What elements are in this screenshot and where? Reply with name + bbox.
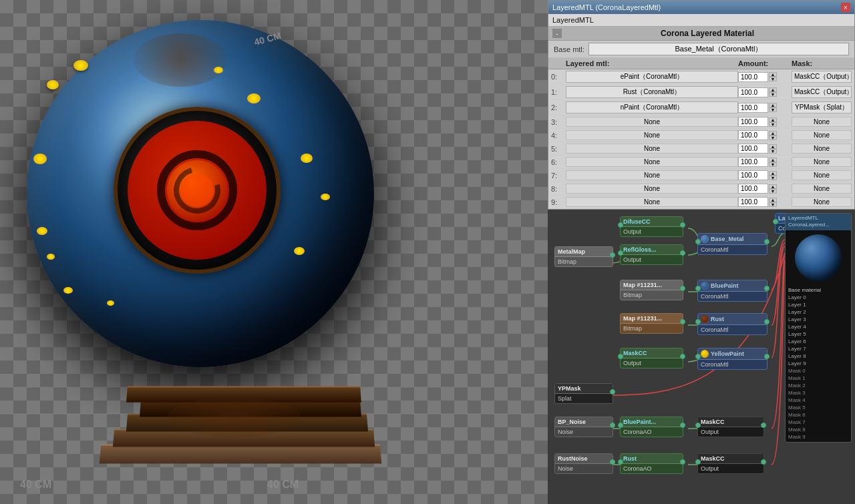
preview-label-layer3[interactable]: Layer 3 bbox=[786, 316, 851, 323]
preview-label-mask7[interactable]: Mask 7 bbox=[786, 419, 851, 426]
layer-0-amount-down[interactable]: ▼ bbox=[769, 77, 777, 81]
node-yellowpaint[interactable]: YellowPaint CoronaMtl bbox=[697, 348, 767, 370]
layer-7-mask-btn[interactable]: None bbox=[792, 170, 852, 180]
node-map2-body: Bitmap bbox=[621, 324, 683, 333]
layer-0-mask-btn[interactable]: MaskCC（Output） bbox=[792, 71, 852, 83]
layer-3-mtl-btn[interactable]: None bbox=[566, 117, 738, 127]
col-layered-mtl: Layered mtl: bbox=[566, 59, 738, 67]
layer-8-amount-down[interactable]: ▼ bbox=[769, 189, 777, 194]
node-maskcc2[interactable]: MaskCC Output bbox=[697, 417, 764, 437]
layer-3-amount[interactable] bbox=[738, 117, 768, 127]
node-bluepaint-header: BluePaint bbox=[698, 280, 767, 292]
layer-2-mask-btn[interactable]: YPMask（Splat） bbox=[792, 101, 852, 113]
layer-2-amount[interactable] bbox=[738, 103, 768, 113]
layer-6-mask-btn[interactable]: None bbox=[792, 157, 852, 167]
layer-7-amount-up[interactable]: ▲ bbox=[769, 171, 777, 176]
preview-label-mask3[interactable]: Mask 3 bbox=[786, 389, 851, 397]
layer-1-mask-btn[interactable]: MaskCC（Output） bbox=[792, 86, 852, 98]
node-rust[interactable]: Rust CoronaMtl bbox=[697, 313, 767, 335]
layer-9-amount-down[interactable]: ▼ bbox=[769, 202, 777, 207]
preview-label-layer2[interactable]: Layer 2 bbox=[786, 308, 851, 316]
node-difusecc[interactable]: DifuseCC Output bbox=[620, 216, 683, 237]
layer-4-amount-down[interactable]: ▼ bbox=[769, 136, 777, 140]
layer-8-mtl-btn[interactable]: None bbox=[566, 184, 738, 194]
layer-6-amount-up[interactable]: ▲ bbox=[769, 158, 777, 162]
preview-label-mask1[interactable]: Mask 1 bbox=[786, 374, 851, 382]
layer-2-mtl-btn[interactable]: nPaint（CoronaMtl） bbox=[566, 101, 738, 113]
layer-6-mtl-btn[interactable]: None bbox=[566, 157, 738, 167]
preview-label-base[interactable]: Base material bbox=[786, 286, 851, 294]
layer-9-mtl-btn[interactable]: None bbox=[566, 197, 738, 207]
layer-2-amount-down[interactable]: ▼ bbox=[769, 107, 777, 112]
preview-label-mask6[interactable]: Mask 6 bbox=[786, 411, 851, 419]
layer-7-amount-down[interactable]: ▼ bbox=[769, 176, 777, 180]
layer-0-mtl-btn[interactable]: ePaint（CoronaMtl） bbox=[566, 71, 738, 83]
layer-0-amount[interactable] bbox=[738, 72, 768, 82]
layer-0-amount-up[interactable]: ▲ bbox=[769, 72, 777, 77]
node-rustnoise-header: RustNoise bbox=[555, 454, 613, 464]
preview-label-layer7[interactable]: Layer 7 bbox=[786, 345, 851, 352]
layer-1-mtl-btn[interactable]: Rust（CoronaMtl） bbox=[566, 86, 738, 98]
preview-label-layer4[interactable]: Layer 4 bbox=[786, 323, 851, 330]
layer-1-amount-down[interactable]: ▼ bbox=[769, 92, 777, 97]
layer-5-amount-up[interactable]: ▲ bbox=[769, 144, 777, 149]
node-map2[interactable]: Map #11231... Bitmap bbox=[620, 313, 683, 334]
layer-9-amount[interactable] bbox=[738, 197, 768, 207]
layer-8-amount[interactable] bbox=[738, 184, 768, 194]
node-maskcc[interactable]: MaskCC Output bbox=[620, 348, 683, 368]
layer-3-mask-btn[interactable]: None bbox=[792, 117, 852, 127]
layer-9-amount-up[interactable]: ▲ bbox=[769, 198, 777, 202]
mat-editor-close-btn[interactable]: × bbox=[841, 3, 850, 12]
node-map1[interactable]: Map #11231... Bitmap bbox=[620, 280, 683, 300]
node-base-metal[interactable]: Base_Metal CoronaMtl bbox=[697, 233, 767, 255]
layer-4-mask-btn[interactable]: None bbox=[792, 130, 852, 140]
preview-label-mask4[interactable]: Mask 4 bbox=[786, 397, 851, 404]
layer-6-amount[interactable] bbox=[738, 157, 768, 167]
layer-5-amount-down[interactable]: ▼ bbox=[769, 149, 777, 154]
node-metalmap[interactable]: MetalMap Bitmap bbox=[554, 246, 613, 267]
layer-4-amount-up[interactable]: ▲ bbox=[769, 131, 777, 136]
node-bluepaint[interactable]: BluePaint CoronaMtl bbox=[697, 280, 767, 302]
preview-label-layer8[interactable]: Layer 8 bbox=[786, 352, 851, 360]
layer-1-amount-up[interactable]: ▲ bbox=[769, 87, 777, 92]
layer-5-mask-btn[interactable]: None bbox=[792, 144, 852, 154]
layer-9-mask-btn[interactable]: None bbox=[792, 197, 852, 207]
preview-label-mask5[interactable]: Mask 5 bbox=[786, 404, 851, 411]
base-mtl-button[interactable]: Base_Metal（CoronaMtl） bbox=[588, 43, 849, 55]
layer-2-amount-up[interactable]: ▲ bbox=[769, 103, 777, 107]
preview-label-mask0[interactable]: Mask 0 bbox=[786, 367, 851, 374]
layer-1-amount[interactable] bbox=[738, 87, 768, 97]
node-rustnoise[interactable]: RustNoise Noise bbox=[554, 453, 613, 474]
node-ypmask[interactable]: YPMask Splat bbox=[554, 383, 613, 404]
node-bp-noise[interactable]: BP_Noise Noise bbox=[554, 417, 613, 437]
node-graph-panel[interactable]: MetalMap Bitmap DifuseCC Output ReflGlos… bbox=[548, 210, 855, 504]
preview-label-mask2[interactable]: Mask 2 bbox=[786, 382, 851, 389]
layer-4-amount[interactable] bbox=[738, 130, 768, 140]
preview-label-layer5[interactable]: Layer 5 bbox=[786, 330, 851, 338]
preview-label-mask8[interactable]: Mask 8 bbox=[786, 426, 851, 433]
node-bluepaintao[interactable]: BluePaint... CoronaAO bbox=[620, 417, 683, 437]
layer-5-mtl-btn[interactable]: None bbox=[566, 144, 738, 154]
preview-label-layer1[interactable]: Layer 1 bbox=[786, 301, 851, 308]
layer-3-amount-down[interactable]: ▼ bbox=[769, 122, 777, 127]
collapse-btn[interactable]: - bbox=[552, 29, 562, 38]
layer-5-amount[interactable] bbox=[738, 144, 768, 154]
node-maskcc-header: MaskCC bbox=[621, 348, 683, 358]
preview-label-mask9[interactable]: Mask 9 bbox=[786, 433, 851, 441]
node-rustao[interactable]: Rust CoronaAO bbox=[620, 453, 683, 474]
node-reflgloss[interactable]: ReflGloss... Output bbox=[620, 244, 683, 265]
layer-4-mtl-btn[interactable]: None bbox=[566, 130, 738, 140]
preview-label-layer0[interactable]: Layer 0 bbox=[786, 294, 851, 301]
yellow-spot-4 bbox=[37, 227, 47, 235]
node-yellowpaint-header: YellowPaint bbox=[698, 348, 767, 360]
layer-7-amount[interactable] bbox=[738, 170, 768, 180]
preview-label-layer6[interactable]: Layer 6 bbox=[786, 338, 851, 345]
layer-6-amount-down[interactable]: ▼ bbox=[769, 162, 777, 167]
layer-8-amount-up[interactable]: ▲ bbox=[769, 184, 777, 189]
preview-label-layer9[interactable]: Layer 9 bbox=[786, 360, 851, 367]
layer-3-amount-up[interactable]: ▲ bbox=[769, 117, 777, 122]
layer-7-mtl-btn[interactable]: None bbox=[566, 170, 738, 180]
node-maskcc3[interactable]: MaskCC Output bbox=[697, 453, 764, 474]
node-maskcc-body: Output bbox=[621, 358, 683, 368]
layer-8-mask-btn[interactable]: None bbox=[792, 184, 852, 194]
